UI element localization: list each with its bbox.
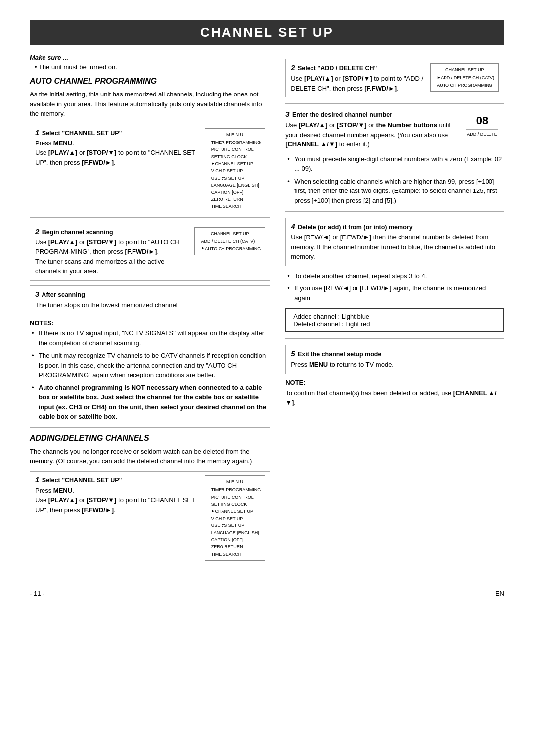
footer-page: - 11 - — [30, 590, 44, 597]
auto-channel-title: AUTO CHANNEL PROGRAMMING — [30, 77, 270, 86]
note-item-3: Auto channel programming is NOT necessar… — [30, 383, 270, 422]
right-step2-box: 2 Select "ADD / DELETE CH" Use [PLAY/▲] … — [285, 59, 504, 97]
step5-note-text: To confirm that channel(s) has been dele… — [285, 388, 504, 408]
adddelete-step1-menu: – M E N U – TIMER PROGRAMMING PICTURE CO… — [205, 475, 266, 561]
auto-channel-intro: As the initial setting, this unit has me… — [30, 90, 270, 119]
right-step3-text: Use [PLAY/▲] or [STOP/▼] or the Number b… — [285, 120, 455, 149]
left-column: Make sure ... • The unit must be turned … — [30, 54, 270, 570]
right-step5-text: Press MENU to returns to TV mode. — [291, 360, 499, 370]
right-step5-box: 5 Exit the channel setup mode Press MENU… — [285, 345, 504, 374]
auto-step3-heading: 3 After scanning — [35, 290, 265, 298]
adding-deleting-title: ADDING/DELETING CHANNELS — [30, 434, 270, 443]
adddelete-step1-text: Press MENU. Use [PLAY/▲] or [STOP/▼] to … — [35, 486, 200, 515]
auto-step3-box: 3 After scanning The tuner stops on the … — [30, 285, 270, 315]
highlight-box: Added channel : Light blue Deleted chann… — [285, 308, 504, 332]
highlight-line2: Deleted channel : Light red — [293, 320, 496, 328]
highlight-line1: Added channel : Light blue — [293, 313, 496, 320]
right-step4-heading: 4 Delete (or add) it from (or into) memo… — [291, 222, 499, 231]
step3-note-1: You must precede single-digit channel nu… — [285, 154, 504, 174]
footer: - 11 - EN — [30, 590, 504, 597]
right-step2-heading: 2 Select "ADD / DELETE CH" — [291, 63, 425, 72]
auto-step2-text: Use [PLAY/▲] or [STOP/▼] to point to "AU… — [35, 237, 189, 276]
adddelete-step1-heading: 1 Select "CHANNEL SET UP" — [35, 475, 200, 484]
auto-step2-box: 2 Begin channel scanning Use [PLAY/▲] or… — [30, 223, 270, 281]
auto-step1-menu: – M E N U – TIMER PROGRAMMING PICTURE CO… — [205, 128, 266, 213]
step3-note-2: When selecting cable channels which are … — [285, 177, 504, 206]
right-step3-box: 3 Enter the desired channel number Use [… — [285, 110, 504, 149]
channel-display: 08 ADD / DELETE — [460, 110, 504, 141]
notes-list: If there is no TV signal input, "NO TV S… — [30, 329, 270, 422]
notes-title: NOTES: — [30, 319, 270, 327]
right-step4-text: Use [REW/◄] or [F.FWD/►] then the channe… — [291, 233, 499, 262]
step4-note-2: If you use [REW/◄] or [F.FWD/►] again, t… — [285, 284, 504, 303]
auto-step2-heading: 2 Begin channel scanning — [35, 227, 189, 236]
page-title: CHANNEL SET UP — [30, 20, 504, 45]
adddelete-step1-box: 1 Select "CHANNEL SET UP" Press MENU. Us… — [30, 471, 270, 565]
footer-lang: EN — [495, 590, 504, 597]
auto-step1-heading: 1 Select "CHANNEL SET UP" — [35, 128, 200, 137]
note-item-1: If there is no TV signal input, "NO TV S… — [30, 329, 270, 348]
adding-deleting-intro: The channels you no longer receive or se… — [30, 447, 270, 466]
step5-note-title: NOTE: — [285, 379, 504, 386]
right-step5-heading: 5 Exit the channel setup mode — [291, 349, 499, 358]
make-sure-label: Make sure ... — [30, 54, 270, 61]
auto-step3-text: The tuner stops on the lowest memorized … — [35, 300, 265, 310]
auto-step1-text: Press MENU. Use [PLAY/▲] or [STOP/▼] to … — [35, 139, 200, 168]
make-sure-item: • The unit must be turned on. — [30, 63, 270, 71]
make-sure-section: Make sure ... • The unit must be turned … — [30, 54, 270, 71]
step4-notes: To delete another channel, repeat steps … — [285, 271, 504, 303]
right-step4-box: 4 Delete (or add) it from (or into) memo… — [285, 218, 504, 266]
note-item-2: The unit may recognize TV channels to be… — [30, 351, 270, 380]
step3-notes: You must precede single-digit channel nu… — [285, 154, 504, 206]
auto-step1-box: 1 Select "CHANNEL SET UP" Press MENU. Us… — [30, 124, 270, 218]
right-column: 2 Select "ADD / DELETE CH" Use [PLAY/▲] … — [285, 54, 504, 570]
right-step2-text: Use [PLAY/▲] or [STOP/▼] to point to "AD… — [291, 74, 425, 93]
auto-step2-menu: – CHANNEL SET UP – ADD / DELETE CH (CATV… — [194, 227, 265, 255]
right-step3-heading: 3 Enter the desired channel number — [285, 110, 455, 118]
right-step2-menu: – CHANNEL SET UP – ADD / DELETE CH (CATV… — [430, 63, 499, 92]
step4-note-1: To delete another channel, repeat steps … — [285, 271, 504, 281]
